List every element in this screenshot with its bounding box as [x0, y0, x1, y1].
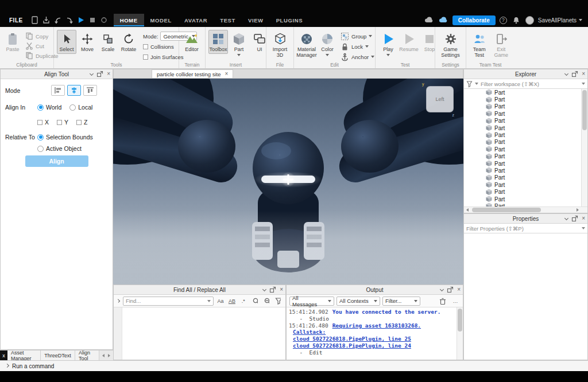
- stop-icon[interactable]: [87, 15, 98, 25]
- tabs-scroll-right-icon[interactable]: [108, 354, 110, 357]
- explorer-item-part[interactable]: Part: [464, 139, 581, 146]
- log-message[interactable]: Requiring asset 1638103268.: [332, 322, 421, 329]
- explorer-item-part[interactable]: Part: [464, 89, 581, 96]
- explorer-item-part[interactable]: Part: [464, 188, 581, 195]
- local-radio[interactable]: Local: [69, 104, 92, 111]
- axis-y-checkbox[interactable]: Y: [57, 119, 68, 126]
- play-icon[interactable]: [76, 15, 86, 25]
- chevron-down-icon[interactable]: [440, 287, 444, 291]
- cloud-sync-icon[interactable]: [438, 15, 448, 25]
- help-icon[interactable]: ?: [500, 17, 507, 24]
- viewport-scene[interactable]: Left y z: [113, 79, 463, 284]
- game-settings-button[interactable]: Game Settings: [438, 30, 463, 60]
- paste-button[interactable]: Paste: [3, 30, 22, 54]
- view-cube[interactable]: Left y z: [426, 86, 454, 112]
- new-file-icon[interactable]: [30, 15, 40, 25]
- terrain-editor-button[interactable]: Editor: [182, 30, 202, 54]
- chevron-down-icon[interactable]: [90, 71, 94, 75]
- group-button[interactable]: Group: [341, 32, 374, 40]
- align-mode-min-button[interactable]: [51, 85, 65, 96]
- resume-button[interactable]: Resume: [399, 30, 419, 54]
- close-icon[interactable]: ×: [582, 216, 585, 221]
- explorer-item-part[interactable]: Part: [464, 96, 581, 103]
- find-input[interactable]: Find...: [123, 297, 214, 306]
- lock-button[interactable]: Lock: [341, 42, 374, 50]
- output-header[interactable]: Output ×: [287, 285, 463, 295]
- color-button[interactable]: Color: [318, 30, 337, 57]
- copy-button[interactable]: Copy: [25, 32, 59, 40]
- record-icon[interactable]: [99, 15, 109, 25]
- tab-model[interactable]: MODEL: [144, 14, 178, 26]
- align-button[interactable]: Align: [25, 155, 88, 167]
- close-icon[interactable]: ×: [225, 71, 228, 77]
- tab-avatar[interactable]: AVATAR: [178, 14, 214, 26]
- chevron-down-icon[interactable]: [262, 287, 266, 291]
- rotate-tool-button[interactable]: Rotate: [119, 30, 138, 54]
- bottom-tab[interactable]: Align Tool: [75, 350, 99, 360]
- match-case-button[interactable]: Aa: [216, 297, 225, 306]
- regex-button[interactable]: .*: [239, 297, 248, 306]
- explorer-item-part[interactable]: Part: [464, 110, 581, 117]
- output-scrollbar[interactable]: [457, 307, 463, 360]
- collaborate-button[interactable]: Collaborate: [452, 15, 496, 25]
- axis-z-checkbox[interactable]: Z: [76, 119, 87, 126]
- bell-icon[interactable]: [511, 15, 521, 25]
- explorer-horizontal-scrollbar[interactable]: [464, 206, 587, 213]
- search-icon[interactable]: [250, 297, 260, 306]
- properties-filter[interactable]: Filter Properties (⇧⌘P): [464, 224, 587, 233]
- bottom-tab[interactable]: ThreeDText: [41, 350, 75, 360]
- properties-header[interactable]: Properties ×: [464, 214, 587, 224]
- team-test-button[interactable]: Team Test: [469, 30, 490, 60]
- tab-home[interactable]: HOME: [114, 14, 144, 26]
- tab-view[interactable]: VIEW: [242, 14, 270, 26]
- move-tool-button[interactable]: Move: [78, 30, 97, 54]
- tab-test[interactable]: TEST: [214, 14, 242, 26]
- axis-x-checkbox[interactable]: X: [37, 119, 49, 126]
- explorer-item-part[interactable]: Part: [464, 160, 581, 167]
- text-filter-dropdown[interactable]: Filter...: [382, 297, 420, 306]
- context-filter-dropdown[interactable]: All Contexts: [336, 297, 380, 306]
- explorer-item-part[interactable]: Part: [464, 146, 581, 153]
- whole-word-button[interactable]: AB: [227, 297, 237, 306]
- close-icon[interactable]: ×: [582, 71, 585, 77]
- selection-bounds-radio[interactable]: Selection Bounds: [37, 134, 93, 141]
- anchor-button[interactable]: Anchor: [341, 53, 374, 61]
- part-button[interactable]: Part: [229, 30, 249, 57]
- file-menu[interactable]: FILE: [2, 14, 30, 26]
- chevron-down-icon[interactable]: [564, 71, 568, 75]
- more-options-icon[interactable]: …: [451, 297, 460, 306]
- avatar[interactable]: [525, 16, 534, 25]
- redo-icon[interactable]: [64, 15, 75, 25]
- toolbox-button[interactable]: Toolbox: [208, 30, 228, 54]
- username[interactable]: SaveAllPlanets: [538, 17, 582, 24]
- command-bar[interactable]: Run a command: [0, 360, 588, 371]
- tab-plugins[interactable]: PLUGINS: [270, 14, 309, 26]
- log-message[interactable]: You have connected to the server.: [332, 309, 441, 315]
- log-message[interactable]: Callstack:: [293, 329, 326, 336]
- explorer-item-part[interactable]: Part: [464, 196, 581, 202]
- explorer-item-part[interactable]: Part: [464, 174, 581, 181]
- world-radio[interactable]: World: [37, 104, 61, 111]
- explorer-item-part[interactable]: Part: [464, 153, 581, 160]
- play-button[interactable]: Play: [378, 30, 398, 57]
- chevron-down-icon[interactable]: [564, 216, 568, 220]
- close-icon[interactable]: ×: [107, 71, 110, 77]
- log-message[interactable]: cloud_5027226818.PipePlugin, line 24: [293, 342, 411, 349]
- search-selection-icon[interactable]: [262, 297, 271, 306]
- messages-filter-dropdown[interactable]: All Messages: [289, 297, 334, 306]
- cut-button[interactable]: Cut: [25, 42, 59, 50]
- bottom-close-tab[interactable]: x: [0, 350, 7, 360]
- select-tool-button[interactable]: Select: [57, 30, 76, 54]
- explorer-item-part[interactable]: Part: [464, 167, 581, 174]
- popout-icon[interactable]: [269, 286, 276, 293]
- align-tool-header[interactable]: Align Tool ×: [1, 69, 113, 79]
- save-icon[interactable]: [41, 15, 52, 25]
- viewport-tab[interactable]: particle collider testing site ×: [152, 69, 233, 78]
- popout-icon[interactable]: [96, 71, 103, 77]
- explorer-item-part[interactable]: Part: [464, 202, 581, 206]
- scroll-right-icon[interactable]: [577, 208, 579, 212]
- cloud-upload-icon[interactable]: [424, 15, 434, 25]
- active-object-radio[interactable]: Active Object: [37, 145, 93, 152]
- bottom-tab[interactable]: Asset Manager: [7, 350, 41, 360]
- log-message[interactable]: - Studio: [293, 315, 329, 322]
